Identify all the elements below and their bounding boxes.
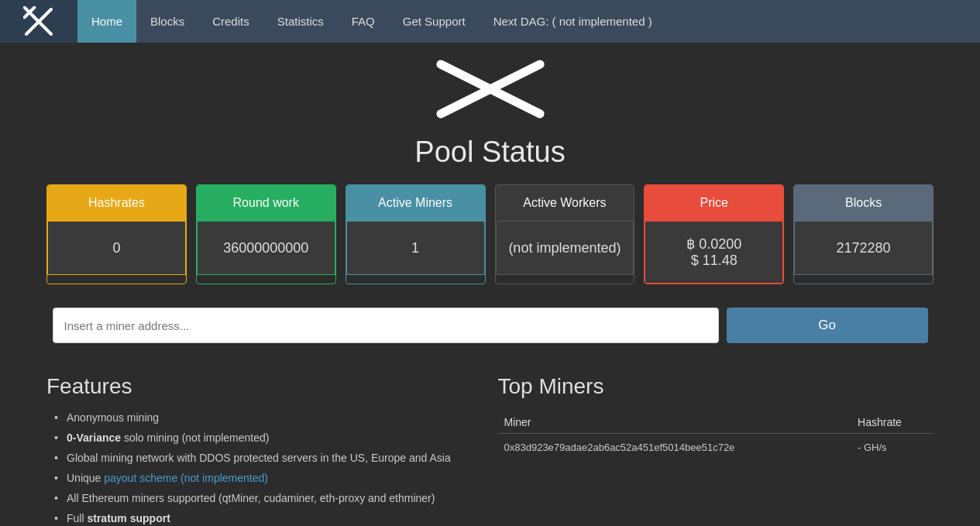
card-hashrates-value: 0 [47, 221, 186, 275]
search-go-button[interactable]: Go [727, 308, 928, 343]
nav-next-dag[interactable]: Next DAG: ( not implemented ) [480, 0, 666, 43]
card-blocks-value: 2172280 [794, 221, 933, 275]
card-workers-label: Active Workers [496, 185, 634, 221]
features-title: Features [46, 374, 483, 399]
navigation: Home Blocks Credits Statistics FAQ Get S… [0, 0, 980, 43]
card-hashrates-label: Hashrates [47, 185, 186, 221]
card-blocks-label: Blocks [794, 185, 933, 221]
bottom-section: Features Anonymous mining 0-Variance sol… [0, 374, 980, 526]
nav-home[interactable]: Home [77, 0, 136, 43]
logo-area [0, 43, 980, 128]
top-miners-column: Top Miners Miner Hashrate 0x83d923e79ada… [498, 374, 934, 526]
features-list: Anonymous mining 0-Variance solo mining … [46, 411, 483, 526]
card-price-label: Price [645, 185, 783, 221]
miners-table-col-miner: Miner [498, 411, 852, 434]
nav-get-support[interactable]: Get Support [389, 0, 480, 43]
card-miners-label: Active Miners [346, 185, 485, 221]
pool-status-title: Pool Status [0, 136, 980, 169]
nav-credits[interactable]: Credits [198, 0, 263, 43]
miner-address: 0x83d923e79adae2ab6ac52a451ef5014bee51c7… [498, 434, 852, 462]
list-item: Global mining network with DDOS protecte… [54, 452, 483, 464]
card-miners-value: 1 [346, 221, 485, 275]
card-price-usd: $ 11.48 [691, 253, 738, 269]
nav-blocks[interactable]: Blocks [136, 0, 198, 43]
card-hashrates: Hashrates 0 [46, 184, 187, 284]
search-row: Go [0, 308, 980, 343]
list-item: Unique payout scheme (not implemented) [54, 472, 483, 484]
card-price-value: ฿ 0.0200 $ 11.48 [645, 221, 783, 284]
card-workers: Active Workers (not implemented) [495, 184, 635, 284]
nav-logo [0, 0, 77, 43]
nav-statistics[interactable]: Statistics [263, 0, 338, 43]
card-roundwork-value: 36000000000 [197, 221, 335, 275]
card-roundwork: Round work 36000000000 [196, 184, 336, 284]
main-logo-icon [428, 58, 552, 120]
top-miners-title: Top Miners [498, 374, 934, 399]
card-miners: Active Miners 1 [346, 184, 486, 284]
search-input[interactable] [53, 308, 719, 343]
nav-faq[interactable]: FAQ [338, 0, 389, 43]
card-workers-value: (not implemented) [496, 221, 634, 275]
list-item: Anonymous mining [54, 411, 483, 424]
pickaxe-logo-icon [23, 6, 54, 37]
card-price: Price ฿ 0.0200 $ 11.48 [644, 184, 784, 284]
list-item: All Ethereum miners supported (qtMiner, … [54, 492, 483, 504]
list-item: Full stratum support [54, 512, 483, 524]
features-column: Features Anonymous mining 0-Variance sol… [46, 374, 483, 526]
miner-hashrate: - GH/s [851, 434, 934, 462]
nav-links: Home Blocks Credits Statistics FAQ Get S… [77, 0, 666, 43]
miners-table: Miner Hashrate 0x83d923e79adae2ab6ac52a4… [498, 411, 934, 461]
card-roundwork-label: Round work [197, 185, 335, 221]
card-blocks: Blocks 2172280 [793, 184, 934, 284]
payout-scheme-link[interactable]: payout scheme (not implemented) [104, 472, 268, 484]
miners-table-col-hashrate: Hashrate [851, 411, 934, 434]
card-price-btc: ฿ 0.0200 [686, 235, 741, 253]
table-row: 0x83d923e79adae2ab6ac52a451ef5014bee51c7… [498, 434, 934, 462]
list-item: 0-Variance solo mining (not implemented) [54, 431, 483, 444]
cards-row: Hashrates 0 Round work 36000000000 Activ… [0, 184, 980, 284]
